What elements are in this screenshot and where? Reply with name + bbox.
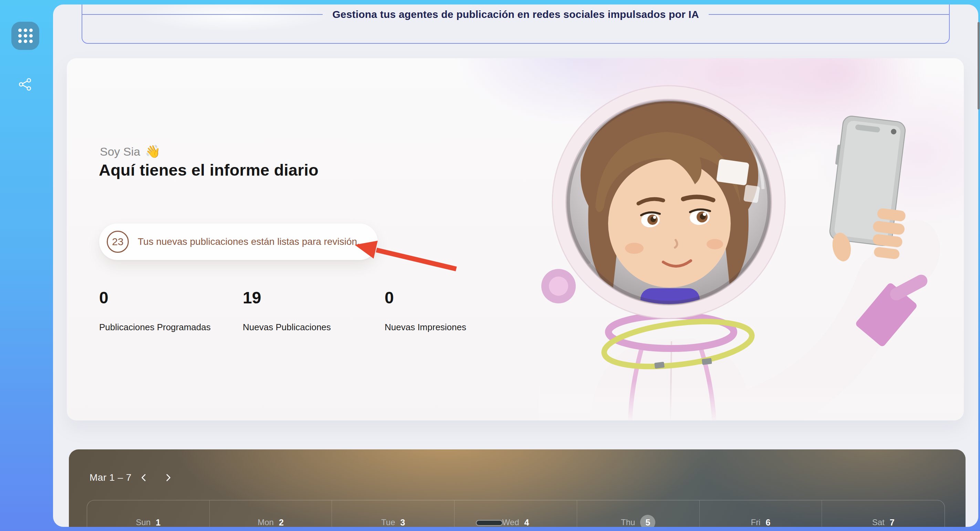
app-background: Gestiona tus agentes de publicación en r… — [0, 0, 980, 531]
day-name: Tue — [381, 518, 395, 527]
calendar-day-wed[interactable]: Wed 4 — [455, 500, 577, 527]
today-highlight: 5 — [640, 515, 655, 527]
calendar-range-label: Mar 1 – 7 — [89, 472, 132, 483]
daily-report-card: Soy Sia 👋 Aquí tienes el informe diario … — [67, 58, 964, 420]
apps-grid-icon — [18, 28, 33, 44]
calendar-prev-button[interactable] — [136, 470, 151, 485]
calendar-day-fri[interactable]: Fri 6 — [700, 500, 822, 527]
day-name: Mon — [258, 518, 274, 527]
review-notice-pill[interactable]: 23 Tus nuevas publicaciones están listas… — [99, 224, 378, 260]
stat-label: Nuevas Publicaciones — [243, 322, 331, 333]
apps-grid-button[interactable] — [11, 22, 39, 50]
scrollbar-thumb[interactable] — [978, 22, 980, 110]
stat-value: 0 — [99, 289, 211, 307]
stat-scheduled-posts: 0 Publicaciones Programadas — [99, 289, 211, 333]
day-number: 6 — [765, 518, 770, 527]
day-number: 1 — [156, 518, 161, 527]
page-scrollbar[interactable] — [978, 0, 980, 531]
day-number: 7 — [890, 518, 895, 527]
banner-legend: Gestiona tus agentes de publicación en r… — [82, 8, 950, 21]
banner-line-left — [82, 14, 323, 15]
calendar-day-sun[interactable]: Sun 1 — [87, 500, 210, 527]
wave-emoji: 👋 — [145, 144, 161, 159]
calendar-next-button[interactable] — [161, 470, 176, 485]
calendar-day-mon[interactable]: Mon 2 — [210, 500, 332, 527]
sidebar — [0, 0, 53, 531]
horizontal-scrollbar-thumb[interactable] — [476, 520, 503, 526]
hero-greeting: Soy Sia 👋 — [100, 144, 161, 159]
content-panel: Gestiona tus agentes de publicación en r… — [53, 5, 978, 527]
day-number: 5 — [645, 518, 650, 527]
calendar-week-grid: Sun 1 Mon 2 Tue 3 Wed 4 Thu — [87, 500, 945, 527]
stat-new-impressions: 0 Nuevas Impresiones — [385, 289, 466, 333]
day-name: Wed — [503, 518, 519, 527]
notice-text: Tus nuevas publicaciones están listas pa… — [138, 236, 360, 247]
chevron-left-icon — [140, 473, 148, 482]
red-arrow-annotation — [342, 236, 477, 288]
share-icon — [19, 78, 32, 91]
calendar-day-tue[interactable]: Tue 3 — [332, 500, 455, 527]
astronaut-illustration — [539, 58, 964, 420]
share-button[interactable] — [16, 76, 34, 93]
calendar-day-thu[interactable]: Thu 5 — [577, 500, 700, 527]
day-name: Sun — [136, 518, 151, 527]
day-name: Fri — [751, 518, 760, 527]
day-name: Sat — [872, 518, 885, 527]
stat-label: Publicaciones Programadas — [99, 322, 211, 333]
banner-text: Gestiona tus agentes de publicación en r… — [323, 9, 709, 20]
calendar-day-sat[interactable]: Sat 7 — [822, 500, 945, 527]
greeting-text: Soy Sia — [100, 145, 140, 158]
calendar-panel: Mar 1 – 7 Sun 1 Mon 2 — [69, 449, 966, 527]
day-number: 2 — [279, 518, 284, 527]
chevron-right-icon — [164, 473, 172, 482]
day-name: Thu — [621, 518, 635, 527]
hero-title: Aquí tienes el informe diario — [99, 160, 318, 180]
stat-label: Nuevas Impresiones — [385, 322, 466, 333]
day-number: 3 — [401, 518, 405, 527]
banner-line-right — [709, 14, 950, 15]
day-number: 4 — [525, 518, 529, 527]
ai-agents-banner: Gestiona tus agentes de publicación en r… — [82, 5, 950, 44]
stat-value: 0 — [385, 289, 466, 307]
stat-value: 19 — [243, 289, 331, 307]
stat-new-posts: 19 Nuevas Publicaciones — [243, 289, 331, 333]
notice-count-badge: 23 — [107, 231, 129, 253]
